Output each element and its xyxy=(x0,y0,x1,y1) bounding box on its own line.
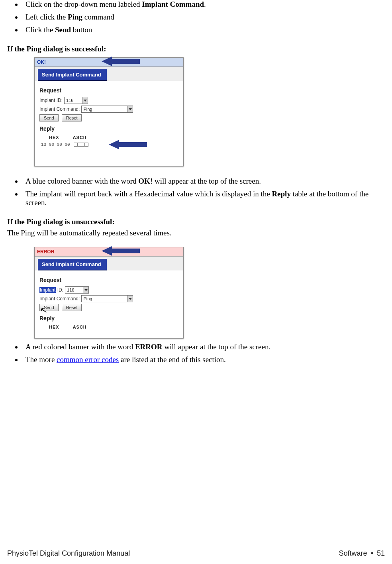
list-item: The more common error codes are listed a… xyxy=(22,355,385,364)
text: are listed at the end of this section. xyxy=(119,355,226,364)
arrow-icon xyxy=(102,246,139,256)
panel-body: Request Implant ID: 116 Implant Command:… xyxy=(35,270,183,338)
tab-bar: Send Implant Command xyxy=(35,67,183,81)
status-banner-ok: OK! xyxy=(35,58,183,67)
footer-right: Software • 51 xyxy=(339,549,385,558)
list-item: Left click the Ping command xyxy=(22,13,385,22)
text: ID: xyxy=(56,287,63,293)
chevron-down-icon xyxy=(83,287,88,293)
success-screenshot: OK! Send Implant Command Request Implant… xyxy=(34,57,184,166)
chevron-down-icon xyxy=(127,106,133,112)
implant-id-label: Implant ID: xyxy=(39,287,63,293)
select-value: Ping xyxy=(83,107,92,112)
text-bold: Ping xyxy=(68,13,82,21)
banner-text: ERROR xyxy=(37,249,54,255)
text: ! will appear at the top of the screen. xyxy=(150,177,261,185)
ascii-value xyxy=(74,143,88,147)
list-item: Click the Send button xyxy=(22,25,385,34)
text: . xyxy=(204,0,206,8)
list-item: Click on the drop-down menu labeled Impl… xyxy=(22,0,385,9)
text-highlight: Implant xyxy=(39,287,56,293)
list-item: A blue colored banner with the word OK! … xyxy=(22,177,385,186)
reset-button[interactable]: Reset xyxy=(62,114,82,121)
col-hex: HEX xyxy=(49,325,59,329)
text-bold: Implant Command xyxy=(142,0,204,8)
col-hex: HEX xyxy=(49,135,59,140)
status-banner-error: ERROR xyxy=(35,247,183,257)
arrow-icon xyxy=(102,57,139,66)
chevron-down-icon xyxy=(82,97,88,104)
success-bullets: A blue colored banner with the word OK! … xyxy=(22,177,385,207)
reset-button[interactable]: Reset xyxy=(62,304,82,311)
request-heading: Request xyxy=(39,277,179,283)
list-item: The implant will report back with a Hexa… xyxy=(22,190,385,207)
intro-bullets: Click on the drop-down menu labeled Impl… xyxy=(22,0,385,34)
arrow-icon xyxy=(109,140,145,149)
implant-command-select[interactable]: Ping xyxy=(81,295,133,302)
implant-id-select[interactable]: 116 xyxy=(64,97,88,104)
fail-bullets: A red colored banner with the word ERROR… xyxy=(22,343,385,364)
common-error-codes-link[interactable]: common error codes xyxy=(57,355,119,364)
text: The implant will report back with a Hexa… xyxy=(25,190,272,198)
text: command xyxy=(82,13,114,21)
text: Click the xyxy=(25,25,55,34)
fail-screenshot: ERROR Send Implant Command Request Impla… xyxy=(34,247,184,339)
implant-command-label: Implant Command: xyxy=(39,106,80,112)
reply-heading: Reply xyxy=(39,125,179,132)
col-ascii: ASCII xyxy=(73,135,86,140)
reply-heading: Reply xyxy=(39,315,179,321)
tab-bar: Send Implant Command xyxy=(35,257,183,270)
fail-heading: If the Ping dialog is unsuccessful: xyxy=(7,217,385,226)
chevron-down-icon xyxy=(127,296,133,302)
text: A blue colored banner with the word xyxy=(25,177,138,185)
text: Left click the xyxy=(25,13,68,21)
send-button[interactable]: Send xyxy=(39,114,59,121)
hex-value: 13 00 00 00 xyxy=(41,142,70,147)
select-value: 116 xyxy=(67,288,74,292)
request-heading: Request xyxy=(39,87,179,94)
implant-id-select[interactable]: 116 xyxy=(65,286,89,294)
tab-send-implant[interactable]: Send Implant Command xyxy=(38,69,107,81)
text-bold: Reply xyxy=(272,190,291,198)
text-bold: Send xyxy=(55,25,71,34)
text: will appear at the top of the screen. xyxy=(163,343,271,351)
page-footer: PhysioTel Digital Configuration Manual S… xyxy=(7,549,385,558)
text: button xyxy=(71,25,92,34)
select-value: Ping xyxy=(83,296,92,301)
footer-section: Software xyxy=(339,549,367,557)
text-bold: OK xyxy=(138,177,150,185)
implant-command-label: Implant Command: xyxy=(39,296,80,302)
col-ascii: ASCII xyxy=(73,325,86,329)
text: The more xyxy=(25,355,57,364)
success-heading: If the Ping dialog is successful: xyxy=(7,45,385,53)
page-number: 51 xyxy=(377,549,385,557)
text: Click on the drop-down menu labeled xyxy=(25,0,142,8)
list-item: A red colored banner with the word ERROR… xyxy=(22,343,385,351)
fail-intro: The Ping will be automatically repeated … xyxy=(7,229,385,237)
bullet-icon: • xyxy=(369,549,375,557)
implant-command-select[interactable]: Ping xyxy=(81,106,133,113)
select-value: 116 xyxy=(66,98,73,103)
panel-body: Request Implant ID: 116 Implant Command:… xyxy=(35,81,183,166)
text: A red colored banner with the word xyxy=(25,343,135,351)
tab-send-implant[interactable]: Send Implant Command xyxy=(38,259,107,270)
footer-left: PhysioTel Digital Configuration Manual xyxy=(7,549,130,558)
banner-text: OK! xyxy=(37,59,46,65)
implant-id-label: Implant ID: xyxy=(39,98,63,103)
text-bold: ERROR xyxy=(135,343,163,351)
